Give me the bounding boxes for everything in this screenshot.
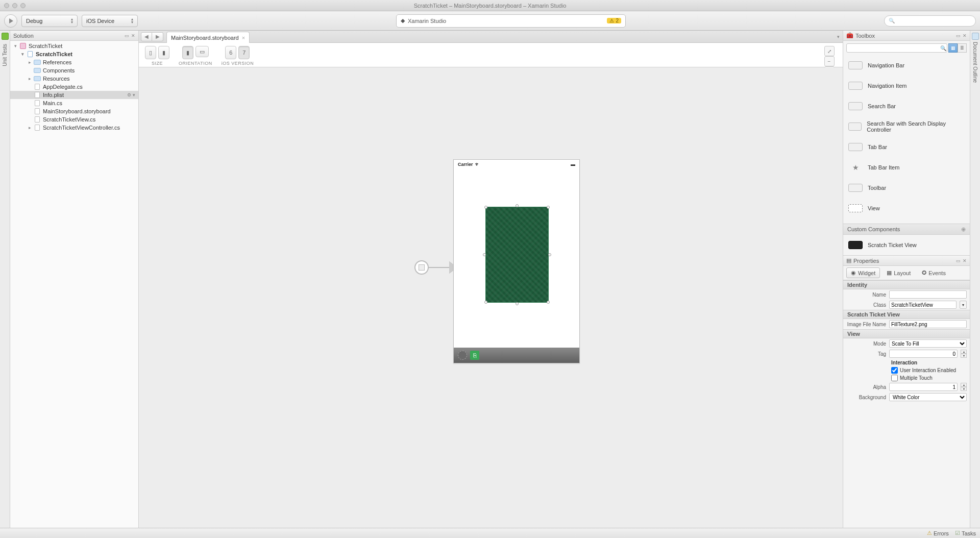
errors-button[interactable]: Errors (927, 530, 949, 536)
alpha-stepper[interactable]: ▴▾ (961, 383, 967, 391)
panel-options-icon[interactable]: ▭ (956, 258, 961, 263)
toolbox-item[interactable]: ★Tab Bar Item (843, 157, 970, 178)
add-component-icon[interactable]: ⊕ (961, 226, 966, 233)
resize-handle[interactable] (547, 301, 550, 304)
tree-item[interactable]: ▾ScratchTicket (10, 50, 138, 58)
view-controller-scene[interactable]: Carrier ᯤ ▬ ⎘ (453, 159, 580, 363)
resize-handle[interactable] (484, 301, 487, 304)
disclosure-icon[interactable]: ▸ (28, 76, 32, 81)
toolbox-item-label: Toolbar (868, 185, 886, 191)
disclosure-icon[interactable]: ▾ (13, 43, 17, 48)
close-tab-icon[interactable]: × (242, 35, 245, 41)
resize-handle[interactable] (516, 302, 519, 305)
tree-item-label: Components (43, 67, 75, 74)
tree-item[interactable]: ▸ScratchTicketViewController.cs (10, 124, 138, 132)
user-interaction-checkbox[interactable] (891, 367, 898, 374)
unit-tests-icon[interactable] (2, 33, 9, 40)
toolbox-category[interactable]: Custom Components ⊕ (843, 224, 970, 235)
configuration-dropdown[interactable]: Debug ▴▾ (21, 15, 78, 27)
scene-dock[interactable]: ⎘ (454, 348, 579, 363)
class-field[interactable] (889, 301, 957, 309)
item-options-icon[interactable]: ⚙ ▾ (127, 92, 135, 97)
ios6-button[interactable]: 6 (225, 46, 236, 59)
toolbox-item[interactable]: Tab Bar (843, 137, 970, 157)
alpha-field[interactable] (889, 383, 958, 391)
tab-layout[interactable]: ▦Layout (882, 267, 915, 278)
tasks-button[interactable]: Tasks (955, 530, 976, 536)
orientation-landscape-button[interactable]: ▭ (195, 46, 209, 57)
panel-close-icon[interactable]: ✕ (963, 258, 967, 263)
toolbox-item-icon (848, 143, 863, 151)
size-small-button[interactable]: ▯ (145, 46, 156, 59)
list-view-button[interactable]: ≣ (958, 43, 967, 53)
toolbox-search-input[interactable] (846, 43, 947, 53)
toolbox-item[interactable]: Scratch Ticket View (843, 235, 970, 255)
tree-item[interactable]: AppDelegate.cs (10, 83, 138, 91)
multiple-touch-checkbox[interactable] (891, 375, 898, 381)
grid-view-button[interactable]: ▦ (948, 43, 958, 53)
first-responder-icon[interactable] (458, 351, 467, 360)
document-tab[interactable]: MainStoryboard.storyboard × (166, 32, 250, 43)
panel-options-icon[interactable]: ▭ (956, 33, 961, 38)
tab-widget[interactable]: ◉Widget (846, 267, 880, 278)
toolbox-item[interactable]: Navigation Bar (843, 55, 970, 76)
tree-item[interactable]: MainStoryboard.storyboard (10, 107, 138, 115)
global-search-input[interactable] (884, 15, 976, 27)
toolbox-list[interactable]: Navigation BarNavigation ItemSearch BarS… (843, 55, 970, 224)
storyboard-canvas[interactable]: Carrier ᯤ ▬ ⎘ (139, 67, 843, 528)
toolbox-item[interactable]: Toolbar (843, 178, 970, 198)
tree-item[interactable]: ▸Resources (10, 75, 138, 83)
panel-close-icon[interactable]: ✕ (963, 33, 967, 38)
tag-stepper[interactable]: ▴▾ (961, 350, 967, 358)
exit-icon[interactable]: ⎘ (470, 351, 479, 360)
events-icon: ✪ (922, 270, 926, 276)
tab-events[interactable]: ✪Events (917, 267, 950, 278)
panel-close-icon[interactable]: ✕ (131, 33, 135, 38)
image-field[interactable] (889, 320, 967, 328)
device-dropdown[interactable]: iOS Device ▴▾ (82, 15, 138, 27)
name-field[interactable] (889, 290, 967, 299)
properties-panel: ◉Widget ▦Layout ✪Events Identity Name Cl… (843, 266, 970, 528)
solution-tree[interactable]: ▾ScratchTicket▾ScratchTicket▸ReferencesC… (10, 41, 138, 528)
zoom-fit-button[interactable]: ⤢ (824, 46, 835, 56)
scratch-ticket-view[interactable] (485, 207, 549, 303)
resize-handle[interactable] (548, 253, 551, 256)
background-select[interactable]: White Color (889, 393, 967, 401)
unit-tests-label[interactable]: Unit Tests (2, 44, 8, 66)
orientation-portrait-button[interactable]: ▮ (182, 46, 193, 59)
entry-point[interactable] (414, 260, 457, 275)
tag-field[interactable] (889, 350, 958, 358)
document-outline-label[interactable]: Document Outline (972, 42, 978, 83)
disclosure-icon[interactable]: ▸ (28, 60, 32, 65)
tree-item[interactable]: ▾ScratchTicket (10, 42, 138, 50)
tree-item[interactable]: Components (10, 66, 138, 75)
toolbox-item[interactable]: View (843, 198, 970, 218)
size-tall-button[interactable]: ▮ (158, 46, 169, 59)
tree-item[interactable]: Main.cs (10, 99, 138, 107)
resize-handle[interactable] (516, 204, 519, 207)
toolbox-item[interactable]: Search Bar (843, 96, 970, 116)
panel-options-icon[interactable]: ▭ (125, 33, 129, 38)
toolbox-item[interactable]: Search Bar with Search Display Controlle… (843, 116, 970, 137)
resize-handle[interactable] (547, 206, 550, 209)
tree-item[interactable]: ScratchTicketView.cs (10, 115, 138, 124)
zoom-out-button[interactable]: − (824, 56, 835, 66)
mode-select[interactable]: Scale To Fill (889, 339, 967, 348)
resize-handle[interactable] (484, 206, 487, 209)
nav-forward-button[interactable]: ▶ (152, 32, 163, 41)
disclosure-icon[interactable]: ▸ (28, 125, 32, 130)
uie-label: User Interaction Enabled (900, 368, 956, 373)
run-button[interactable] (4, 14, 17, 28)
tab-overflow-icon[interactable]: ▾ (837, 34, 840, 39)
warning-badge[interactable]: 2 (607, 18, 621, 23)
tree-item[interactable]: Info.plist⚙ ▾ (10, 91, 138, 99)
toolbox-item[interactable]: Navigation Item (843, 76, 970, 96)
ios7-button[interactable]: 7 (238, 46, 250, 59)
nav-back-button[interactable]: ◀ (141, 32, 152, 41)
document-outline-icon[interactable] (972, 33, 979, 40)
class-dropdown-button[interactable]: ▾ (960, 301, 967, 309)
disclosure-icon[interactable]: ▾ (20, 52, 24, 57)
resize-handle[interactable] (483, 253, 486, 256)
tree-item-label: ScratchTicket (29, 43, 62, 49)
tree-item[interactable]: ▸References (10, 58, 138, 66)
